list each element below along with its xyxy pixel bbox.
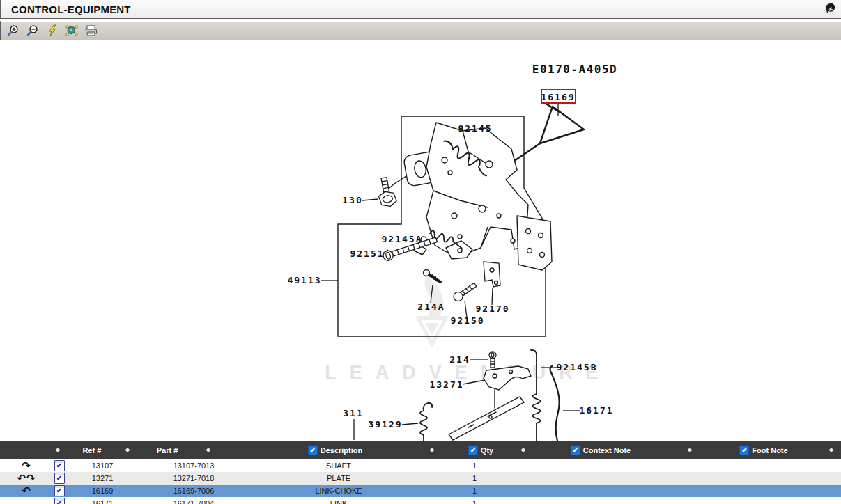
column-header-qty: ✔ Qty bbox=[446, 441, 516, 459]
foot-note-cell bbox=[701, 497, 826, 504]
context-note-header-label: Context Note bbox=[583, 446, 631, 455]
part-label-92151[interactable]: 92151 bbox=[350, 249, 384, 259]
column-header-ref: Ref # bbox=[64, 441, 120, 459]
description-cell: SHAFT bbox=[269, 459, 408, 472]
sort-icon[interactable] bbox=[124, 445, 131, 455]
table-row-selected[interactable]: ↶ ✔ 16169 16169-7006 LINK-CHOKE 1 bbox=[0, 485, 841, 497]
part-label-49113[interactable]: 49113 bbox=[287, 275, 321, 285]
note-icon-cell: ✔ bbox=[50, 472, 68, 485]
part-label-92145B[interactable]: 92145B bbox=[557, 362, 598, 372]
parts-table: Ref # Part # ✔ Description ✔ Qty ✔ Conte… bbox=[0, 441, 841, 504]
part-label-16171[interactable]: 16171 bbox=[579, 405, 613, 416]
sort-icon[interactable] bbox=[429, 445, 435, 455]
note-icon-cell: ✔ bbox=[50, 497, 68, 504]
context-note-cell bbox=[538, 497, 663, 504]
sort-icon[interactable] bbox=[520, 445, 527, 455]
note-icon-cell: ✔ bbox=[50, 485, 68, 497]
foot-note-cell bbox=[701, 459, 826, 472]
sort-icon[interactable] bbox=[828, 445, 835, 455]
parts-diagram: LEADVENTURE bbox=[0, 40, 841, 441]
edit-note-icon[interactable]: ✔ bbox=[54, 460, 65, 471]
row-link-arrows-icon[interactable] bbox=[6, 497, 47, 504]
qty-cell: 1 bbox=[440, 459, 509, 472]
part-cell: 13107-7013 bbox=[159, 459, 229, 472]
part-label-92145A[interactable]: 92145A bbox=[382, 234, 423, 244]
part-label-92150[interactable]: 92150 bbox=[450, 315, 484, 326]
context-note-column-checkbox[interactable]: ✔ bbox=[571, 446, 580, 455]
part-label-214A[interactable]: 214A bbox=[417, 301, 445, 312]
description-cell: LINK bbox=[269, 497, 408, 504]
sort-icon[interactable] bbox=[686, 445, 693, 455]
select-object-icon[interactable] bbox=[64, 23, 79, 38]
foot-note-cell bbox=[701, 485, 826, 497]
assembly-shape-49113 bbox=[403, 123, 552, 270]
edit-note-icon[interactable]: ✔ bbox=[54, 485, 65, 496]
column-header-foot-note: ✔ Foot Note bbox=[701, 441, 826, 459]
foot-note-column-checkbox[interactable]: ✔ bbox=[739, 446, 749, 455]
context-note-cell bbox=[538, 472, 663, 485]
part-label-92145[interactable]: 92145 bbox=[458, 123, 492, 134]
part-label-311[interactable]: 311 bbox=[343, 408, 363, 418]
diagram-code: E0170-A405D bbox=[532, 63, 617, 76]
ref-cell: 13271 bbox=[68, 472, 137, 485]
ref-cell: 16171 bbox=[68, 497, 137, 504]
part-label-214[interactable]: 214 bbox=[449, 354, 470, 365]
flash-icon[interactable] bbox=[45, 23, 60, 38]
page-title: CONTROL-EQUIPMENT bbox=[1, 3, 131, 15]
qty-cell: 1 bbox=[440, 472, 509, 485]
row-link-arrows-icon[interactable]: ↶↷ bbox=[6, 472, 47, 485]
sort-icon[interactable] bbox=[205, 445, 212, 455]
part-cell: 16169-7006 bbox=[159, 485, 229, 497]
part-label-39129[interactable]: 39129 bbox=[368, 419, 402, 430]
print-icon[interactable] bbox=[84, 23, 99, 38]
context-note-cell bbox=[538, 459, 663, 472]
quick-action-glyph bbox=[823, 2, 837, 16]
column-header-description: ✔ Description bbox=[272, 441, 398, 459]
ref-header-label: Ref # bbox=[83, 446, 102, 455]
qty-header-label: Qty bbox=[481, 446, 493, 455]
parts-table-header: Ref # Part # ✔ Description ✔ Qty ✔ Conte… bbox=[0, 441, 841, 459]
part-cell: 13271-7018 bbox=[159, 472, 229, 485]
title-bar: CONTROL-EQUIPMENT bbox=[0, 0, 841, 19]
ref-cell: 13107 bbox=[68, 459, 137, 472]
table-row[interactable]: ✔ 16171 16171-7004 LINK 1 bbox=[0, 497, 841, 504]
diagram-toolbar bbox=[0, 21, 841, 40]
description-cell: LINK-CHOKE bbox=[269, 485, 408, 497]
parts-catalog-window: CONTROL-EQUIPMENT bbox=[0, 0, 841, 504]
parts-diagram-area: LEADVENTURE bbox=[0, 40, 841, 441]
column-header-context-note: ✔ Context Note bbox=[538, 441, 663, 459]
row-link-arrows-icon[interactable]: ↶ bbox=[6, 485, 47, 497]
context-note-cell bbox=[538, 485, 663, 497]
quick-action-icon[interactable] bbox=[823, 2, 837, 16]
table-row[interactable]: ↶↷ ✔ 13271 13271-7018 PLATE 1 bbox=[0, 472, 841, 485]
part-cell: 16171-7004 bbox=[159, 497, 229, 504]
foot-note-header-label: Foot Note bbox=[752, 446, 787, 455]
part-label-13271[interactable]: 13271 bbox=[429, 379, 463, 390]
ref-cell: 16169 bbox=[68, 485, 137, 497]
description-cell: PLATE bbox=[269, 472, 408, 485]
zoom-in-icon[interactable] bbox=[6, 23, 21, 38]
zoom-out-icon[interactable] bbox=[25, 23, 40, 38]
qty-column-checkbox[interactable]: ✔ bbox=[468, 446, 478, 455]
sort-icon[interactable] bbox=[54, 445, 61, 455]
part-label-130[interactable]: 130 bbox=[342, 195, 362, 205]
part-header-label: Part # bbox=[157, 446, 178, 455]
description-header-label: Description bbox=[321, 446, 363, 455]
description-column-checkbox[interactable]: ✔ bbox=[308, 446, 318, 455]
table-row[interactable]: ↷ ✔ 13107 13107-7013 SHAFT 1 bbox=[0, 459, 841, 472]
qty-cell: 1 bbox=[440, 497, 509, 504]
column-header-part: Part # bbox=[136, 441, 199, 459]
edit-note-icon[interactable]: ✔ bbox=[54, 498, 65, 504]
part-label-16169[interactable]: 16169 bbox=[541, 92, 575, 102]
foot-note-cell bbox=[701, 472, 826, 485]
part-label-92170[interactable]: 92170 bbox=[475, 304, 509, 314]
edit-note-icon[interactable]: ✔ bbox=[54, 473, 65, 484]
qty-cell: 1 bbox=[440, 485, 509, 497]
row-link-arrows-icon[interactable]: ↷ bbox=[6, 459, 47, 472]
watermark-logo bbox=[415, 276, 449, 348]
note-icon-cell: ✔ bbox=[50, 459, 68, 472]
